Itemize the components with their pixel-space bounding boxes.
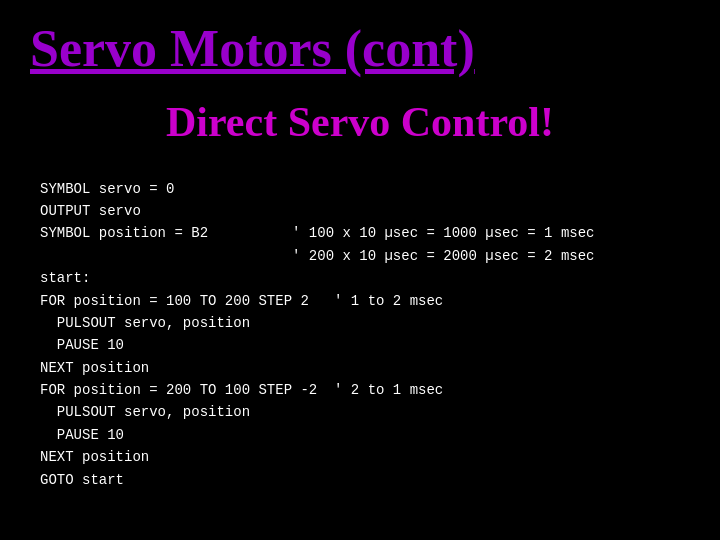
code-block: SYMBOL servo = 0 OUTPUT servo SYMBOL pos… bbox=[30, 178, 690, 491]
code-line-3: SYMBOL position = B2 ' 100 x 10 µsec = 1… bbox=[40, 222, 690, 244]
code-line-2: OUTPUT servo bbox=[40, 200, 690, 222]
page-container: Servo Motors (cont) Direct Servo Control… bbox=[0, 0, 720, 540]
code-line-6: start: bbox=[40, 267, 690, 289]
code-line-8: PULSOUT servo, position bbox=[40, 312, 690, 334]
code-line-10: NEXT position bbox=[40, 357, 690, 379]
code-line-14: NEXT position bbox=[40, 446, 690, 468]
code-line-12: PULSOUT servo, position bbox=[40, 401, 690, 423]
main-title: Servo Motors (cont) bbox=[30, 20, 690, 77]
code-line-4: ' 200 x 10 µsec = 2000 µsec = 2 msec bbox=[40, 245, 690, 267]
code-line-7: FOR position = 100 TO 200 STEP 2 ' 1 to … bbox=[40, 290, 690, 312]
code-line-9: PAUSE 10 bbox=[40, 334, 690, 356]
subtitle: Direct Servo Control! bbox=[30, 97, 690, 147]
code-line-1: SYMBOL servo = 0 bbox=[40, 178, 690, 200]
code-line-15: GOTO start bbox=[40, 469, 690, 491]
code-line-11: FOR position = 200 TO 100 STEP -2 ' 2 to… bbox=[40, 379, 690, 401]
code-line-13: PAUSE 10 bbox=[40, 424, 690, 446]
